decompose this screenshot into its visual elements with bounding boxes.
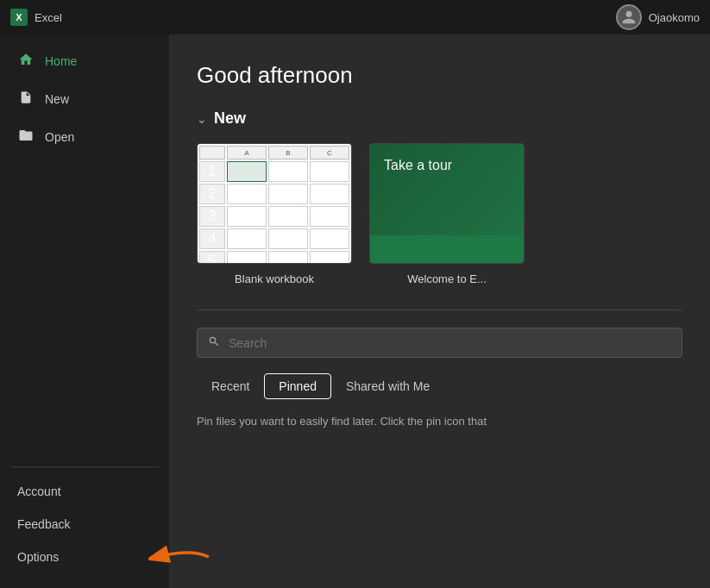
sidebar: Home New Open bbox=[0, 34, 169, 588]
spreadsheet-preview: A B C 1 bbox=[198, 144, 351, 264]
tab-recent[interactable]: Recent bbox=[197, 373, 264, 399]
tabs: Recent Pinned Shared with Me bbox=[197, 373, 682, 399]
sidebar-item-label-options: Options bbox=[17, 550, 59, 564]
blank-workbook-card[interactable]: A B C 1 bbox=[197, 143, 352, 285]
blank-workbook-thumbnail: A B C 1 bbox=[197, 143, 352, 264]
search-bar[interactable] bbox=[197, 328, 682, 358]
sidebar-item-label-new: New bbox=[45, 92, 69, 106]
new-section-header: ⌄ New bbox=[197, 109, 682, 128]
sidebar-item-label-home: Home bbox=[45, 54, 77, 68]
tour-card[interactable]: Take a tour Welcome to E... bbox=[369, 143, 525, 285]
sidebar-item-label-feedback: Feedback bbox=[17, 517, 70, 531]
avatar[interactable] bbox=[616, 4, 642, 30]
sidebar-divider bbox=[10, 466, 159, 467]
search-icon bbox=[208, 335, 220, 350]
sidebar-item-options[interactable]: Options bbox=[3, 541, 166, 572]
arrow-icon bbox=[148, 545, 213, 569]
content-divider bbox=[197, 310, 682, 310]
sidebar-item-home[interactable]: Home bbox=[3, 43, 166, 79]
tour-title: Take a tour bbox=[384, 158, 452, 173]
search-input[interactable] bbox=[229, 336, 671, 350]
content-area: Good afternoon ⌄ New A B bbox=[169, 34, 710, 588]
new-icon bbox=[17, 90, 35, 109]
sidebar-item-label-open: Open bbox=[45, 130, 74, 144]
chevron-down-icon: ⌄ bbox=[197, 112, 207, 126]
sidebar-item-open[interactable]: Open bbox=[3, 119, 166, 155]
blank-workbook-label: Blank workbook bbox=[197, 272, 352, 285]
sidebar-item-feedback[interactable]: Feedback bbox=[3, 509, 166, 540]
app-name: Excel bbox=[35, 11, 62, 24]
tab-shared[interactable]: Shared with Me bbox=[331, 373, 444, 399]
open-icon bbox=[17, 128, 35, 147]
arrow-annotation bbox=[148, 545, 213, 569]
tab-pinned[interactable]: Pinned bbox=[264, 373, 331, 399]
home-icon bbox=[17, 52, 35, 71]
app-logo: X Excel bbox=[10, 9, 62, 26]
user-name: Ojaokomo bbox=[649, 11, 700, 24]
sidebar-top: Home New Open bbox=[0, 41, 169, 460]
sidebar-item-label-account: Account bbox=[17, 485, 61, 498]
tour-card-label: Welcome to E... bbox=[369, 272, 525, 285]
excel-icon: X bbox=[10, 9, 28, 26]
new-section-title: New bbox=[214, 109, 246, 128]
sidebar-item-account[interactable]: Account bbox=[3, 476, 166, 507]
greeting: Good afternoon bbox=[197, 62, 682, 89]
pin-description: Pin files you want to easily find later.… bbox=[197, 413, 682, 430]
title-bar: X Excel Ojaokomo bbox=[0, 0, 710, 34]
user-info[interactable]: Ojaokomo bbox=[616, 4, 700, 30]
tour-thumbnail: Take a tour bbox=[369, 143, 525, 264]
sidebar-bottom: Account Feedback Options bbox=[0, 474, 169, 588]
tour-green-bar bbox=[370, 235, 524, 263]
sidebar-item-new[interactable]: New bbox=[3, 81, 166, 117]
main-layout: Home New Open bbox=[0, 34, 710, 588]
template-cards: A B C 1 bbox=[197, 143, 682, 285]
